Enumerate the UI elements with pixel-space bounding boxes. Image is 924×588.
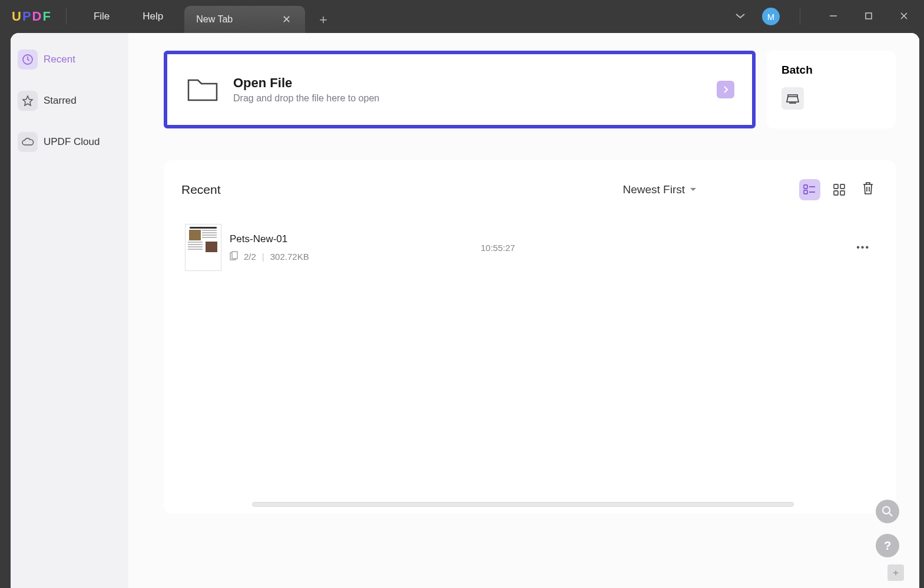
main-area: Open File Drag and drop the file here to… bbox=[128, 33, 919, 588]
file-thumbnail bbox=[185, 224, 221, 271]
sort-dropdown[interactable]: Newest First bbox=[622, 183, 697, 196]
sidebar-item-label: Starred bbox=[44, 95, 77, 107]
app-logo: UPDF bbox=[7, 9, 55, 24]
file-time: 10:55:27 bbox=[481, 243, 515, 253]
chevron-down-icon bbox=[690, 187, 697, 192]
svg-rect-9 bbox=[834, 184, 838, 189]
scanner-icon bbox=[781, 87, 804, 110]
sidebar-item-recent[interactable]: Recent bbox=[18, 49, 121, 70]
close-button[interactable] bbox=[891, 6, 917, 27]
batch-card[interactable]: Batch bbox=[766, 51, 896, 128]
svg-line-16 bbox=[889, 513, 892, 516]
pages-icon bbox=[230, 251, 238, 262]
sidebar: Recent Starred UPDF Cloud bbox=[11, 33, 128, 588]
more-icon[interactable]: ••• bbox=[852, 237, 875, 257]
minimize-button[interactable] bbox=[820, 6, 846, 27]
cloud-icon bbox=[18, 132, 38, 152]
file-name: Pets-New-01 bbox=[230, 233, 309, 245]
titlebar: UPDF File Help New Tab ✕ ＋ M bbox=[0, 0, 924, 33]
open-file-title: Open File bbox=[233, 75, 704, 91]
sidebar-item-cloud[interactable]: UPDF Cloud bbox=[18, 132, 121, 152]
add-button[interactable]: ＋ bbox=[887, 564, 904, 581]
batch-title: Batch bbox=[781, 64, 880, 77]
trash-button[interactable] bbox=[858, 178, 878, 201]
logo-letter: P bbox=[22, 9, 31, 24]
divider: | bbox=[262, 252, 264, 262]
svg-rect-3 bbox=[788, 95, 797, 97]
maximize-button[interactable] bbox=[856, 6, 882, 27]
svg-rect-14 bbox=[232, 252, 237, 259]
logo-letter: U bbox=[12, 9, 21, 24]
svg-rect-1 bbox=[866, 13, 872, 19]
star-icon bbox=[18, 91, 38, 111]
menu-help[interactable]: Help bbox=[126, 11, 180, 22]
chevron-down-icon[interactable] bbox=[728, 8, 753, 25]
svg-point-15 bbox=[883, 507, 890, 514]
file-row[interactable]: Pets-New-01 2/2 | 302.72KB 10:55:27 ••• bbox=[181, 217, 878, 278]
folder-icon bbox=[185, 71, 220, 108]
divider bbox=[66, 8, 67, 25]
menu-file[interactable]: File bbox=[77, 11, 126, 22]
avatar[interactable]: M bbox=[762, 8, 780, 25]
svg-rect-5 bbox=[804, 185, 807, 189]
divider bbox=[800, 8, 800, 25]
logo-letter: F bbox=[42, 9, 50, 24]
horizontal-scrollbar[interactable] bbox=[181, 502, 878, 508]
open-file-card[interactable]: Open File Drag and drop the file here to… bbox=[164, 51, 756, 128]
svg-rect-10 bbox=[840, 184, 844, 189]
close-icon[interactable]: ✕ bbox=[280, 11, 293, 28]
sidebar-item-label: UPDF Cloud bbox=[44, 136, 100, 148]
sidebar-item-label: Recent bbox=[44, 54, 75, 65]
help-button[interactable]: ? bbox=[876, 534, 899, 557]
chevron-right-icon[interactable] bbox=[717, 81, 734, 98]
search-button[interactable] bbox=[876, 500, 899, 523]
sidebar-item-starred[interactable]: Starred bbox=[18, 91, 121, 111]
logo-letter: D bbox=[32, 9, 42, 24]
open-file-subtitle: Drag and drop the file here to open bbox=[233, 93, 704, 104]
svg-rect-12 bbox=[840, 191, 844, 195]
tab-new[interactable]: New Tab ✕ bbox=[184, 6, 305, 33]
recent-title: Recent bbox=[181, 183, 221, 197]
clock-icon bbox=[18, 49, 38, 70]
app-body: Recent Starred UPDF Cloud Open File Drag bbox=[11, 33, 919, 588]
scrollbar-thumb[interactable] bbox=[252, 502, 794, 507]
file-pages: 2/2 bbox=[244, 252, 256, 262]
sort-label: Newest First bbox=[622, 183, 685, 196]
new-tab-button[interactable]: ＋ bbox=[305, 11, 342, 28]
grid-view-button[interactable] bbox=[829, 179, 850, 200]
svg-rect-7 bbox=[804, 190, 807, 194]
svg-rect-11 bbox=[834, 191, 838, 195]
tab-label: New Tab bbox=[196, 14, 233, 25]
file-size: 302.72KB bbox=[270, 252, 309, 262]
recent-panel: Recent Newest First bbox=[164, 160, 896, 514]
list-view-button[interactable] bbox=[799, 179, 820, 200]
